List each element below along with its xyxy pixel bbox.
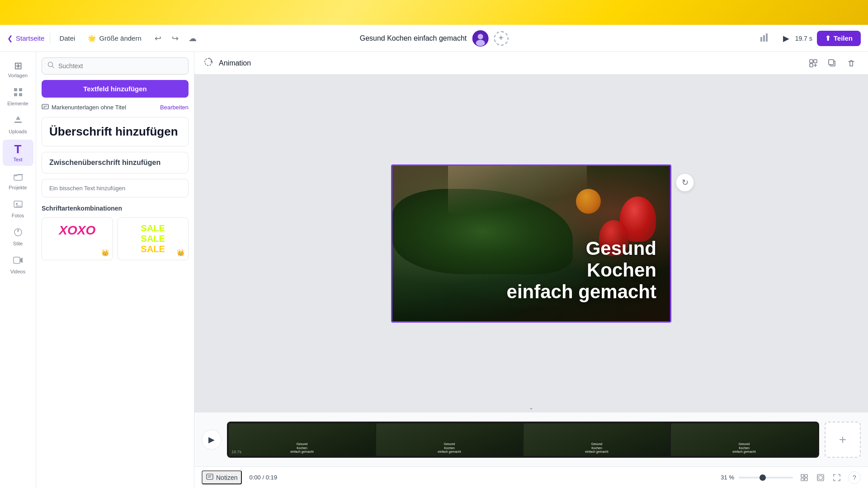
- add-scene-button[interactable]: +: [825, 422, 861, 458]
- add-subheading-card[interactable]: Zwischenüberschrift hinzufügen: [42, 152, 189, 174]
- vorlagen-icon: ⊞: [14, 61, 22, 71]
- canvas-wrapper: Gesund Kochen einfach gemacht ↻: [391, 164, 671, 323]
- canvas-area: Animation: [194, 52, 868, 488]
- svg-rect-16: [14, 257, 20, 263]
- search-box[interactable]: [42, 57, 189, 75]
- redo-button[interactable]: ↪: [168, 31, 183, 46]
- collapse-arrow[interactable]: ⌄: [524, 403, 538, 412]
- resize-button[interactable]: 🌟 Größe ändern: [84, 33, 145, 44]
- font-combo-xoxo[interactable]: XOXO 👑: [42, 217, 113, 260]
- notes-label: Notizen: [216, 474, 237, 481]
- refresh-icon: ↻: [682, 178, 689, 188]
- videos-icon: [13, 255, 23, 267]
- animation-bar: Animation: [194, 52, 868, 75]
- timeline-area: ▶ 19.7s GesundKocheneinfach gemacht Gesu…: [194, 412, 868, 466]
- timeline-thumb-3[interactable]: GesundKocheneinfach gemacht: [524, 423, 670, 456]
- undo-redo-group: ↩ ↪ ☁: [151, 31, 200, 46]
- timeline-thumb-2[interactable]: GesundKocheneinfach gemacht: [376, 423, 523, 456]
- home-button[interactable]: ❮ Startseite: [7, 34, 44, 42]
- canvas-workspace[interactable]: Gesund Kochen einfach gemacht ↻ ⌄: [194, 75, 868, 412]
- notes-button[interactable]: Notizen: [202, 470, 242, 484]
- search-input[interactable]: [58, 62, 183, 70]
- canvas-frame[interactable]: Gesund Kochen einfach gemacht: [391, 164, 671, 323]
- add-textfield-button[interactable]: Textfeld hinzufügen: [42, 80, 189, 98]
- add-body-text-card[interactable]: Ein bisschen Text hinzufügen: [42, 179, 189, 197]
- animation-label: Animation: [219, 59, 251, 67]
- preview-play-button[interactable]: ▶: [780, 32, 793, 45]
- subheading-text: Zwischenüberschrift hinzufügen: [49, 159, 181, 167]
- sidebar-item-projekte[interactable]: Projekte: [3, 168, 33, 194]
- sidebar-item-text[interactable]: T Text: [3, 140, 33, 166]
- canvas-overlay-text[interactable]: Gesund Kochen einfach gemacht: [507, 238, 656, 303]
- projekte-label: Projekte: [9, 185, 27, 190]
- analytics-button[interactable]: [755, 30, 775, 47]
- text-panel: Textfeld hinzufügen Markenunterlagen ohn…: [36, 52, 194, 488]
- frame-view-button[interactable]: [814, 471, 827, 484]
- grid-view-button[interactable]: [797, 471, 811, 484]
- svg-rect-27: [810, 64, 813, 67]
- crown-icon-2: 👑: [177, 249, 184, 256]
- user-avatar: [472, 30, 488, 47]
- svg-rect-20: [42, 104, 48, 109]
- font-combos-label: Schriftartenkombinationen: [42, 205, 189, 212]
- timeline-track[interactable]: 19.7s GesundKocheneinfach gemacht Gesund…: [227, 422, 819, 458]
- timeline-thumb-4[interactable]: GesundKocheneinfach gemacht: [671, 423, 817, 456]
- svg-rect-39: [817, 474, 824, 481]
- main-layout: ⊞ Vorlagen Elemente Uploads: [0, 52, 868, 488]
- timeline-thumb-1[interactable]: 19.7s GesundKocheneinfach gemacht: [229, 423, 375, 456]
- add-collaborator-button[interactable]: +: [494, 31, 508, 46]
- zoom-area: 31 %: [721, 471, 861, 484]
- svg-rect-3: [760, 37, 762, 42]
- play-duration-group: ▶ 19.7 s: [780, 32, 812, 45]
- canvas-text-line2: Kochen: [507, 259, 656, 281]
- svg-rect-6: [14, 88, 17, 91]
- sidebar-item-fotos[interactable]: Fotos: [3, 196, 33, 222]
- sidebar-item-stile[interactable]: Stile: [3, 224, 33, 250]
- share-button[interactable]: ⬆ Teilen: [817, 31, 861, 46]
- zoom-thumb[interactable]: [760, 474, 766, 481]
- help-button[interactable]: ?: [848, 471, 861, 484]
- save-cloud-button[interactable]: ☁: [185, 31, 200, 46]
- vorlagen-label: Vorlagen: [8, 73, 28, 78]
- help-icon: ?: [853, 474, 856, 481]
- timeline-play-button[interactable]: ▶: [202, 430, 222, 450]
- videos-label: Videos: [10, 269, 25, 274]
- main-toolbar: ❮ Startseite Datei 🌟 Größe ändern ↩ ↪ ☁: [0, 25, 868, 52]
- file-menu-button[interactable]: Datei: [56, 33, 79, 44]
- delete-button[interactable]: [844, 56, 859, 71]
- svg-rect-38: [805, 478, 807, 481]
- add-heading-card[interactable]: Überschrift hinzufügen: [42, 117, 189, 146]
- text-icon: T: [14, 143, 22, 155]
- svg-point-1: [477, 34, 483, 39]
- svg-marker-17: [20, 258, 23, 263]
- svg-rect-9: [19, 93, 22, 96]
- svg-marker-11: [16, 116, 20, 120]
- canvas-text-line3: einfach gemacht: [507, 281, 656, 303]
- svg-rect-4: [763, 35, 765, 42]
- add-animation-button[interactable]: [806, 56, 821, 71]
- sidebar-item-videos[interactable]: Videos: [3, 252, 33, 278]
- svg-marker-24: [210, 61, 213, 62]
- add-collab-icon: +: [499, 33, 504, 43]
- undo-button[interactable]: ↩: [151, 31, 166, 46]
- sidebar-item-vorlagen[interactable]: ⊞ Vorlagen: [3, 57, 33, 82]
- animation-bar-right: [806, 56, 859, 71]
- refresh-overlay-button[interactable]: ↻: [676, 174, 694, 192]
- tl-text-3: GesundKocheneinfach gemacht: [585, 442, 608, 454]
- sidebar-item-uploads[interactable]: Uploads: [3, 112, 33, 138]
- edit-brand-link[interactable]: Bearbeiten: [160, 104, 189, 111]
- top-decorative-bar: [0, 0, 868, 25]
- avatar-button[interactable]: [472, 30, 488, 47]
- sale-text-2: SALE: [141, 234, 165, 244]
- duplicate-button[interactable]: [825, 56, 840, 71]
- font-combo-sale[interactable]: SALE SALE SALE 👑: [118, 217, 189, 260]
- add-scene-icon: +: [839, 432, 846, 447]
- sidebar-item-elemente[interactable]: Elemente: [3, 84, 33, 110]
- body-text: Ein bisschen Text hinzufügen: [49, 185, 181, 192]
- zoom-slider[interactable]: [739, 477, 793, 479]
- svg-rect-32: [207, 474, 213, 479]
- fullscreen-button[interactable]: [830, 471, 844, 484]
- share-upload-icon: ⬆: [825, 34, 831, 42]
- svg-rect-31: [829, 60, 834, 65]
- project-title[interactable]: Gesund Kochen einfach gemacht: [360, 34, 467, 42]
